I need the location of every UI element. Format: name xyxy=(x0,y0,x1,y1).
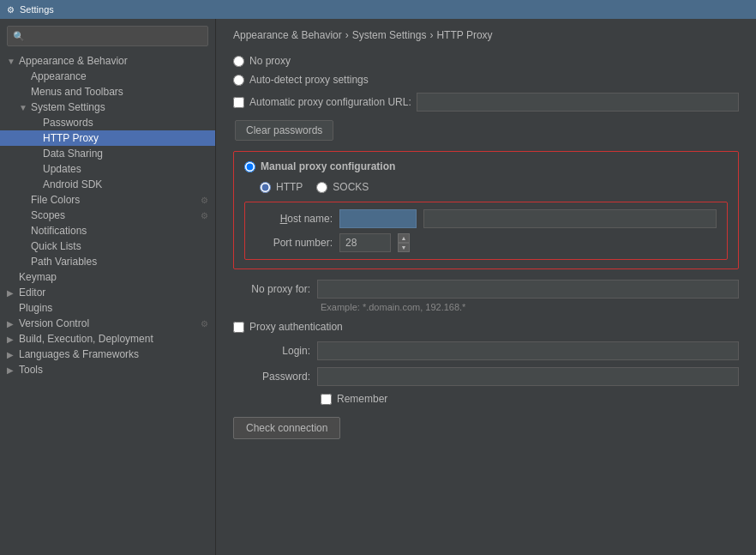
password-label-text: Password: xyxy=(262,371,310,383)
sidebar-item-notifications[interactable]: Notifications xyxy=(0,223,215,238)
sidebar-item-label: Scopes xyxy=(31,209,65,221)
sidebar-item-keymap[interactable]: Keymap xyxy=(0,269,215,285)
search-icon: 🔍 xyxy=(13,31,25,42)
login-row: Login: xyxy=(233,341,739,360)
proxy-auth-row[interactable]: Proxy authentication xyxy=(233,321,739,333)
breadcrumb-part2: System Settings xyxy=(352,29,427,41)
proxy-auth-checkbox[interactable] xyxy=(233,322,244,333)
sidebar-item-scopes[interactable]: Scopes ⚙ xyxy=(0,208,215,223)
http-label: HTTP xyxy=(276,181,303,193)
sidebar-item-label: Android SDK xyxy=(43,178,102,190)
remember-row[interactable]: Remember xyxy=(233,393,739,405)
sidebar-item-path-variables[interactable]: Path Variables xyxy=(0,254,215,269)
password-row: Password: xyxy=(233,367,739,386)
auto-config-url-input[interactable] xyxy=(417,93,739,112)
sidebar-item-updates[interactable]: Updates xyxy=(0,161,215,177)
gear-icon: ⚙ xyxy=(201,319,208,329)
auto-detect-radio[interactable] xyxy=(233,75,244,86)
remember-checkbox[interactable] xyxy=(321,394,332,405)
content-area: Appearance & Behavior › System Settings … xyxy=(216,19,756,555)
auto-config-checkbox[interactable] xyxy=(233,97,244,108)
sidebar-item-editor[interactable]: ▶ Editor xyxy=(0,285,215,300)
port-number-label: Port number: xyxy=(255,237,333,249)
manual-proxy-header[interactable]: Manual proxy configuration xyxy=(244,160,728,172)
sidebar-item-menus-toolbars[interactable]: Menus and Toolbars xyxy=(0,84,215,100)
host-underline: H xyxy=(280,213,288,225)
sidebar-item-appearance[interactable]: Appearance xyxy=(0,69,215,84)
socks-radio[interactable] xyxy=(316,182,327,193)
port-number-row: Port number: ▲ ▼ xyxy=(255,233,717,252)
socks-label: SOCKS xyxy=(333,181,369,193)
sidebar-item-label: Data Sharing xyxy=(43,148,103,160)
expand-arrow: ▶ xyxy=(7,350,19,359)
expand-arrow: ▶ xyxy=(7,288,19,298)
login-label-text: Login: xyxy=(282,345,310,357)
sidebar-item-label: Path Variables xyxy=(31,256,97,268)
sidebar-item-android-sdk[interactable]: Android SDK xyxy=(0,177,215,192)
host-label-text: ost name: xyxy=(287,213,333,225)
title-bar: ⚙ Settings xyxy=(0,0,756,19)
no-proxy-label: No proxy xyxy=(249,55,291,67)
sidebar-item-label: Appearance xyxy=(31,70,87,82)
sidebar-item-data-sharing[interactable]: Data Sharing xyxy=(0,146,215,161)
sidebar-item-label: File Colors xyxy=(31,194,80,206)
auto-config-row: Automatic proxy configuration URL: xyxy=(233,93,739,112)
auto-detect-label: Auto-detect proxy settings xyxy=(249,74,369,86)
sidebar-item-system-settings[interactable]: ▼ System Settings xyxy=(0,100,215,115)
sidebar-item-languages-frameworks[interactable]: ▶ Languages & Frameworks xyxy=(0,347,215,362)
sidebar-item-label: Appearance & Behavior xyxy=(19,55,128,67)
collapse-arrow: ▼ xyxy=(19,103,31,112)
no-proxy-for-input[interactable] xyxy=(317,280,739,299)
sidebar-item-passwords[interactable]: Passwords xyxy=(0,115,215,130)
no-proxy-option[interactable]: No proxy xyxy=(233,55,739,67)
sidebar-item-plugins[interactable]: Plugins xyxy=(0,300,215,316)
sidebar-item-http-proxy[interactable]: HTTP Proxy xyxy=(0,130,215,146)
manual-proxy-radio[interactable] xyxy=(244,161,255,172)
sidebar-item-label: HTTP Proxy xyxy=(43,132,99,144)
clear-passwords-button[interactable]: Clear passwords xyxy=(235,120,333,141)
socks-option[interactable]: SOCKS xyxy=(316,181,369,193)
sidebar-item-label: Plugins xyxy=(19,302,52,314)
port-number-input[interactable] xyxy=(339,233,391,252)
http-radio[interactable] xyxy=(260,182,271,193)
sidebar-item-label: Menus and Toolbars xyxy=(31,86,123,98)
login-input[interactable] xyxy=(317,341,739,360)
login-label: Login: xyxy=(233,345,310,357)
password-input[interactable] xyxy=(317,367,739,386)
no-proxy-radio[interactable] xyxy=(233,56,244,67)
sidebar-item-label: Quick Lists xyxy=(31,240,81,252)
password-label: Password: xyxy=(233,371,310,383)
host-name-input[interactable] xyxy=(339,209,417,228)
sidebar-item-label: System Settings xyxy=(31,101,105,113)
sidebar-item-label: Build, Execution, Deployment xyxy=(19,333,153,345)
sidebar-item-appearance-behavior[interactable]: ▼ Appearance & Behavior xyxy=(0,53,215,69)
sidebar-item-build-execution[interactable]: ▶ Build, Execution, Deployment xyxy=(0,331,215,347)
port-decrement[interactable]: ▼ xyxy=(398,243,410,252)
sidebar-item-file-colors[interactable]: File Colors ⚙ xyxy=(0,192,215,208)
host-name-input-wide[interactable] xyxy=(423,209,717,228)
proxy-auth-text: Proxy authentication xyxy=(249,321,343,333)
sidebar-item-label: Updates xyxy=(43,163,81,175)
collapse-arrow: ▼ xyxy=(7,57,19,66)
manual-proxy-label: Manual proxy configuration xyxy=(261,160,395,172)
breadcrumb-part3: HTTP Proxy xyxy=(436,29,492,41)
expand-arrow: ▶ xyxy=(7,319,19,329)
port-increment[interactable]: ▲ xyxy=(398,233,410,243)
sidebar-item-version-control[interactable]: ▶ Version Control ⚙ xyxy=(0,316,215,331)
sidebar-item-label: Notifications xyxy=(31,225,87,237)
auto-detect-option[interactable]: Auto-detect proxy settings xyxy=(233,74,739,86)
http-option[interactable]: HTTP xyxy=(260,181,303,193)
search-box[interactable]: 🔍 xyxy=(7,26,208,46)
port-spinner[interactable]: ▲ ▼ xyxy=(398,233,410,252)
breadcrumb-sep1: › xyxy=(345,29,349,41)
sidebar-item-label: Passwords xyxy=(43,117,93,129)
example-text: Example: *.domain.com, 192.168.* xyxy=(233,302,739,312)
sidebar-item-quick-lists[interactable]: Quick Lists xyxy=(0,238,215,254)
sidebar-item-label: Languages & Frameworks xyxy=(19,348,139,360)
expand-arrow: ▶ xyxy=(7,365,19,375)
sidebar-item-label: Editor xyxy=(19,287,45,299)
check-connection-button[interactable]: Check connection xyxy=(233,417,340,439)
host-port-group: Host name: Port number: ▲ ▼ xyxy=(244,202,728,260)
sidebar-item-tools[interactable]: ▶ Tools xyxy=(0,362,215,377)
search-input[interactable] xyxy=(28,30,202,42)
